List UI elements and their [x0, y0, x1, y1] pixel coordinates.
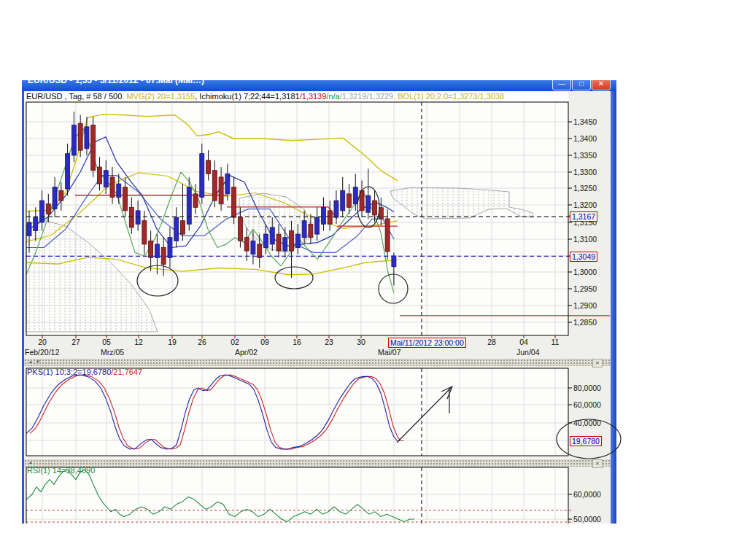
- day-tick-label: 28: [487, 338, 496, 346]
- pks-axis-label: 80,0000: [573, 384, 601, 392]
- legend-segment: , BOL(1) 20;2.0=1,3273/1,3038: [393, 92, 504, 101]
- price-axis-label: 1,3300: [573, 168, 597, 176]
- close-button[interactable]: ✕: [592, 80, 611, 90]
- legend-segment: , MVG(2) 20=1,3155: [122, 92, 195, 101]
- day-tick-label: 27: [71, 338, 80, 346]
- pks-value-k: PKS(1) 10;3;2=19,6780: [27, 368, 111, 376]
- maximize-button[interactable]: □: [572, 80, 591, 90]
- day-tick-label: 20: [38, 338, 47, 346]
- selected-date-flag: Mai/11/2012 23:00:00: [388, 338, 466, 348]
- price-axis-label: 1,2900: [573, 301, 597, 310]
- window-border-right[interactable]: [611, 91, 616, 524]
- minimize-button[interactable]: —: [552, 80, 571, 90]
- price-flag-13049: 1,3049: [570, 252, 597, 262]
- price-axis-label: 1,3100: [573, 235, 597, 244]
- price-axis-label: 1,3350: [573, 151, 597, 160]
- legend-segment: , Ichimoku(1) 7;22;44=1,3181: [195, 92, 299, 101]
- price-flag-13167: 1,3167: [570, 211, 597, 222]
- day-tick-label: 30: [357, 338, 365, 346]
- day-tick-label: 02: [231, 338, 239, 346]
- rsi-legend: RSI(1) 14=38,4090: [27, 466, 95, 475]
- day-tick-label: 26: [198, 338, 206, 346]
- main-chart-legend: EUR/USD , Tag, # 58 / 500, MVG(2) 20=1,3…: [26, 92, 504, 101]
- window-title: EUR/USD - 1,55 - 5/11/2012 - 07.Mai (Mai…: [28, 80, 204, 85]
- month-tick-label: Feb/20/12: [25, 348, 59, 357]
- pks-legend: PKS(1) 10;3;2=19,6780/21,7647: [27, 368, 142, 376]
- day-tick-label: 05: [102, 338, 111, 346]
- window-border-left: [22, 91, 24, 524]
- day-tick-label: 12: [134, 338, 143, 346]
- price-axis-label: 1,3000: [573, 268, 597, 276]
- price-axis-label: 1,2950: [573, 284, 597, 293]
- legend-segment: /n/a: [326, 92, 339, 101]
- day-tick-label: 23: [325, 338, 333, 346]
- pks-axis-label: 60,0000: [573, 400, 601, 409]
- month-tick-label: Apr/02: [235, 348, 258, 357]
- day-tick-label: 09: [260, 338, 269, 346]
- price-axis-label: 1,3200: [573, 201, 597, 209]
- day-tick-label: 11: [551, 338, 560, 346]
- legend-segment: /1,3219/1,3229: [340, 92, 393, 101]
- price-axis-label: 1,3250: [573, 184, 597, 192]
- pks-value-d: /21,7647: [111, 368, 142, 376]
- pks-axis-label: 40,0000: [573, 419, 601, 427]
- legend-segment: EUR/USD , Tag, # 58 / 500: [26, 92, 122, 101]
- rsi-axis-label: 50,0000: [573, 515, 601, 524]
- chart-window: ▲ ▼ ✕ ▲ ✕ EUR/USD , Tag, # 58 / 500, MVG…: [22, 80, 616, 524]
- day-tick-label: 16: [293, 338, 301, 346]
- price-axis-label: 1,3450: [573, 117, 597, 126]
- desktop: { "window": { "title_fragment": "EUR/USD…: [0, 0, 747, 560]
- pks-value-flag: 19,6780: [570, 436, 602, 446]
- day-tick-label: 04: [519, 338, 528, 346]
- month-tick-label: Jun/04: [516, 348, 540, 357]
- rsi-axis-label: 60,0000: [573, 490, 601, 499]
- price-axis-label: 1,2850: [573, 318, 597, 327]
- month-tick-label: Mai/07: [378, 348, 401, 357]
- window-titlebar[interactable]: EUR/USD - 1,55 - 5/11/2012 - 07.Mai (Mai…: [22, 80, 616, 91]
- day-tick-label: 19: [168, 338, 177, 346]
- price-chart-canvas[interactable]: [22, 80, 616, 524]
- month-tick-label: Mrz/05: [101, 348, 124, 357]
- price-axis-label: 1,3400: [573, 134, 597, 143]
- legend-segment: /1,3139: [300, 92, 327, 101]
